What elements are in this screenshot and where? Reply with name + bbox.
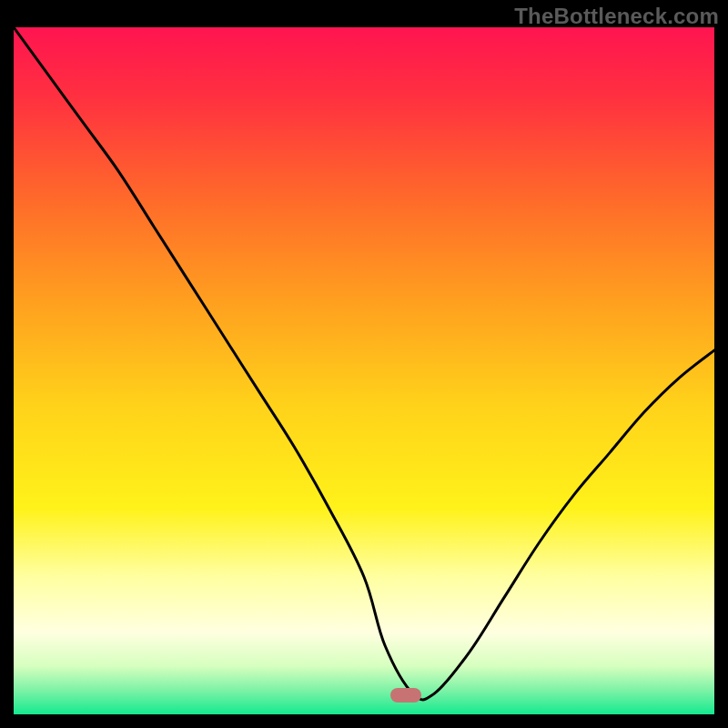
bottleneck-curve: [14, 27, 714, 714]
plot-area: [14, 27, 714, 714]
watermark-text: TheBottleneck.com: [514, 4, 719, 29]
chart-frame: TheBottleneck.com: [0, 0, 728, 728]
optimal-marker: [390, 688, 421, 703]
